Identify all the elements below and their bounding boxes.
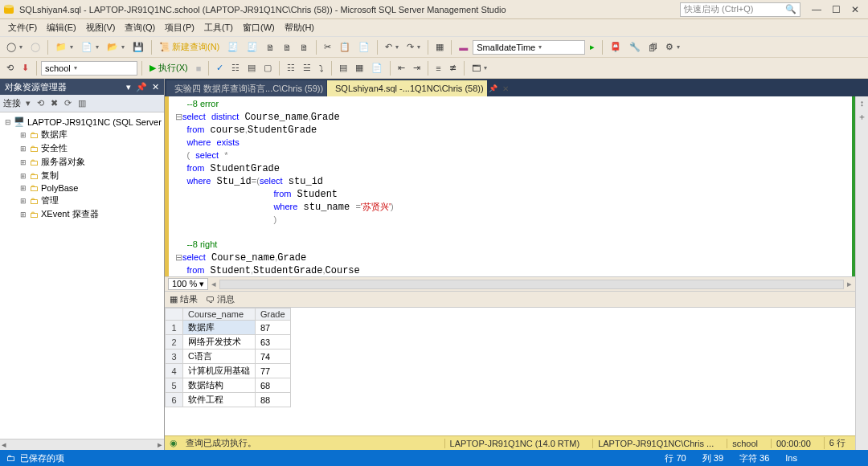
database-combo[interactable]: school▾	[41, 61, 137, 76]
tb-wrench-icon[interactable]: 🔧	[626, 40, 644, 54]
grid-row[interactable]: 4计算机应用基础77	[166, 364, 291, 378]
tree-server-node[interactable]: ⊟ 🖥️ LAPTOP-JR91Q1NC (SQL Server 14.0.	[2, 116, 162, 128]
grid-row[interactable]: 1数据库87	[166, 321, 291, 335]
tree-node[interactable]: ⊞🗀数据库	[2, 128, 162, 141]
pin-icon[interactable]: 📌	[489, 84, 497, 92]
split-icon[interactable]: ↕	[860, 98, 865, 108]
oe-filter-button[interactable]: ▥	[76, 98, 88, 108]
tb-q5[interactable]: ▦	[352, 61, 366, 75]
oe-close-icon[interactable]: ✕	[152, 82, 159, 92]
tb-indent-in[interactable]: ⇥	[410, 61, 424, 75]
grid-row[interactable]: 3C语言74	[166, 350, 291, 364]
tree-node[interactable]: ⊞🗀服务器对象	[2, 155, 162, 169]
tb-est-plan[interactable]: ☷	[228, 61, 243, 75]
tb-q2[interactable]: ⬇	[18, 61, 32, 75]
menu-item[interactable]: 工具(T)	[199, 20, 238, 35]
grid-cell[interactable]: 数据结构	[183, 378, 256, 393]
stop-button[interactable]: ■	[193, 62, 205, 75]
grid-cell[interactable]: 网络开发技术	[183, 335, 256, 350]
tb-outline[interactable]: ▤	[244, 61, 259, 75]
tree-node[interactable]: ⊞🗀XEvent 探查器	[2, 207, 162, 221]
tb-doc-icon[interactable]: 🗐	[645, 41, 661, 54]
copy-button[interactable]: 📋	[336, 40, 354, 54]
parse-button[interactable]: ✓	[213, 61, 227, 75]
object-explorer-tree[interactable]: ⊟ 🖥️ LAPTOP-JR91Q1NC (SQL Server 14.0. ⊞…	[0, 112, 164, 439]
expand-icon[interactable]: ＋	[858, 111, 866, 123]
tb-tag-icon[interactable]: 📮	[607, 40, 624, 54]
tb-gear-icon[interactable]: ⚙	[662, 40, 683, 54]
sql-editor[interactable]: --8 error ⊟select distinct Course_name,G…	[165, 96, 855, 276]
menu-item[interactable]: 查询(Q)	[120, 20, 160, 35]
grid-cell[interactable]: C语言	[183, 350, 256, 364]
open-project-button[interactable]: 📁	[52, 40, 76, 54]
tb-uncomment[interactable]: ≢	[446, 61, 460, 75]
minimize-button[interactable]: —	[807, 4, 826, 15]
new-file-button[interactable]: 📄	[78, 40, 102, 54]
tb-play-icon[interactable]: ▸	[587, 40, 598, 54]
oe-dropdown-icon[interactable]: ▾	[126, 82, 131, 92]
oe-hscroll[interactable]: ◂▸	[0, 439, 164, 450]
grid-col-header[interactable]: Course_name	[183, 309, 256, 321]
grid-row[interactable]: 5数据结构68	[166, 378, 291, 393]
nav-back-button[interactable]: ◯	[3, 40, 26, 54]
zoom-combo[interactable]: 100 % ▾	[168, 278, 208, 290]
results-tab[interactable]: ▦结果	[170, 293, 198, 305]
tb-comment[interactable]: ≡	[432, 62, 444, 75]
grid-cell[interactable]: 74	[256, 350, 291, 364]
menu-item[interactable]: 视图(V)	[81, 20, 121, 35]
tb-grid-icon[interactable]: ▦	[432, 40, 447, 54]
execute-button[interactable]: ▶执行(X)	[146, 60, 191, 76]
tree-node[interactable]: ⊞🗀PolyBase	[2, 182, 162, 194]
menu-item[interactable]: 编辑(E)	[42, 20, 81, 35]
save-button[interactable]: 📂	[104, 40, 128, 54]
tb-q1[interactable]: ⟲	[3, 61, 17, 75]
tb-template[interactable]: 🗔	[469, 62, 490, 75]
grid-cell[interactable]: 77	[256, 364, 291, 378]
hscroll[interactable]	[219, 280, 844, 289]
tb-icon-4[interactable]: 🗎	[280, 41, 295, 54]
tb-text[interactable]: ▢	[260, 61, 275, 75]
tb-q4[interactable]: ▤	[336, 61, 350, 75]
tree-node[interactable]: ⊞🗀安全性	[2, 141, 162, 155]
datatype-combo[interactable]: SmalldateTime▾	[473, 40, 585, 55]
menu-item[interactable]: 帮助(H)	[280, 20, 319, 35]
messages-tab[interactable]: 🗨消息	[206, 293, 235, 305]
tree-node[interactable]: ⊞🗀复制	[2, 169, 162, 182]
grid-cell[interactable]: 68	[256, 378, 291, 393]
oe-pin-icon[interactable]: 📌	[136, 82, 147, 92]
tab-close-icon[interactable]: ✕	[502, 84, 509, 93]
grid-cell[interactable]: 88	[256, 393, 291, 407]
maximize-button[interactable]: ☐	[826, 4, 845, 15]
oe-t2[interactable]: ✖	[49, 98, 59, 108]
tb-actual-plan[interactable]: ☷	[284, 61, 298, 75]
grid-cell[interactable]: 数据库	[183, 321, 256, 335]
grid-cell[interactable]: 63	[256, 335, 291, 350]
results-grid[interactable]: Course_nameGrade1数据库872网络开发技术633C语言744计算…	[165, 307, 855, 435]
tb-icon-1[interactable]: 🧾	[224, 40, 242, 54]
tb-q6[interactable]: 📄	[368, 61, 386, 75]
tb-indent-out[interactable]: ⇤	[395, 61, 408, 75]
grid-row[interactable]: 2网络开发技术63	[166, 335, 291, 350]
quick-launch-input[interactable]: 快速启动 (Ctrl+Q) 🔍	[680, 2, 800, 17]
grid-cell[interactable]: 87	[256, 321, 291, 335]
oe-t3[interactable]: ⟳	[63, 98, 73, 108]
save-all-button[interactable]: 💾	[129, 40, 147, 54]
document-tab[interactable]: 实验四 数据库查询语言...C\Chris (59))✕	[166, 80, 327, 96]
undo-button[interactable]: ↶	[382, 40, 402, 54]
tb-misc-icon[interactable]: ▬	[456, 41, 471, 54]
menu-item[interactable]: 窗口(W)	[238, 20, 280, 35]
cut-button[interactable]: ✂	[321, 40, 334, 54]
tb-icon-3[interactable]: 🗎	[263, 41, 278, 54]
document-tab[interactable]: SQLshiyan4.sql -...1Q1NC\Chris (58))📌✕	[327, 80, 488, 96]
tree-node[interactable]: ⊞🗀管理	[2, 194, 162, 207]
tb-icon-2[interactable]: 🧾	[244, 40, 261, 54]
nav-fwd-button[interactable]: ◯	[27, 40, 43, 54]
menu-item[interactable]: 文件(F)	[3, 20, 42, 35]
connect-button[interactable]: ▾	[24, 98, 32, 108]
tb-q3[interactable]: ⤵	[316, 62, 327, 75]
grid-col-header[interactable]: Grade	[256, 309, 291, 321]
oe-t1[interactable]: ⟲	[35, 98, 46, 108]
redo-button[interactable]: ↷	[403, 40, 424, 54]
paste-button[interactable]: 📄	[355, 40, 373, 54]
grid-row[interactable]: 6软件工程88	[166, 393, 291, 407]
